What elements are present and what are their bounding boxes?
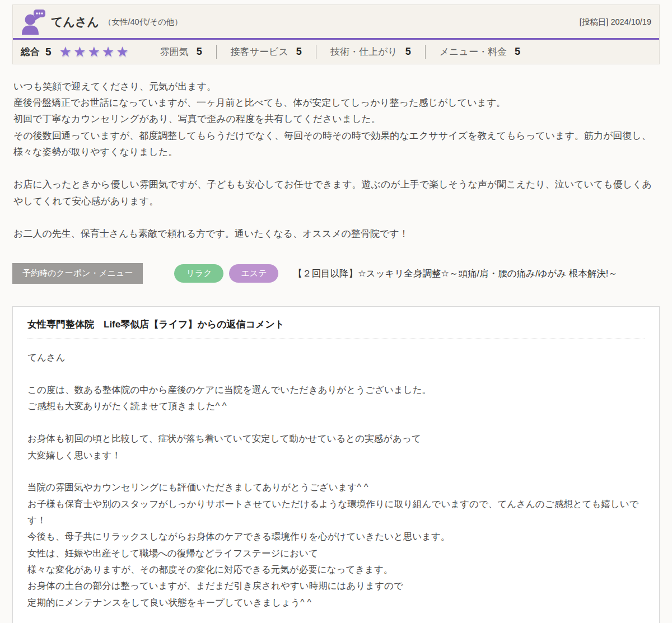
genre-tag-label: リラク: [186, 268, 212, 278]
rating-category-label: 技術・仕上がり: [330, 45, 398, 58]
rating-category-value: 5: [296, 46, 302, 58]
reply-line: ご感想も大変ありがたく読ませて頂きました^ ^: [27, 398, 645, 414]
genre-tags: リラク エステ: [174, 264, 278, 283]
reply-line: てんさん: [27, 349, 645, 366]
rating-category: 雰囲気 5: [146, 45, 216, 59]
coupon-row: 予約時のクーポン・メニュー リラク エステ 【２回目以降】☆スッキリ全身調整☆～…: [12, 263, 660, 284]
reply-line: 大変嬉しく思います！: [27, 447, 645, 463]
reply-line: [27, 366, 645, 382]
salon-reply-box: 女性専門整体院 Life琴似店【ライフ】からの返信コメント てんさんこの度は、数…: [12, 306, 660, 623]
reviewer-name: てんさん: [51, 14, 99, 30]
overall-rating-value: 5: [45, 46, 52, 58]
review-line: 産後骨盤矯正でお世話になっていますが、一ヶ月前と比べても、体が安定してしっかり整…: [13, 95, 660, 111]
reply-line: [27, 463, 645, 479]
rating-category-value: 5: [405, 46, 411, 58]
rating-category-value: 5: [197, 46, 202, 58]
ratings-bar: 総合 5 ★★★★★ 雰囲気 5 接客サービス 5 技術・仕上がり 5 メニュー…: [13, 40, 659, 64]
reviewer-avatar-icon: [21, 9, 46, 35]
rating-category-label: 接客サービス: [231, 45, 288, 58]
reviewer-header: てんさん （女性/40代/その他） [投稿日] 2024/10/19: [13, 5, 659, 40]
rating-category: メニュー・料金 5: [425, 45, 534, 59]
salon-reply-title: 女性専門整体院 Life琴似店【ライフ】からの返信コメント: [27, 318, 645, 339]
review-page: てんさん （女性/40代/その他） [投稿日] 2024/10/19 総合 5 …: [12, 0, 660, 623]
overall-rating-label: 総合: [21, 45, 40, 58]
reply-line: [27, 611, 645, 623]
genre-tag: リラク: [174, 264, 223, 283]
review-text: いつも笑顔で迎えてくださり、元気が出ます。産後骨盤矯正でお世話になっていますが、…: [12, 78, 660, 242]
post-date: [投稿日] 2024/10/19: [580, 17, 651, 27]
rating-category: 接客サービス 5: [216, 45, 316, 59]
reply-line: 当院の雰囲気やカウンセリングにも評価いただきましてありがとうございます^ ^: [27, 479, 645, 495]
salon-reply-text: てんさんこの度は、数ある整体院の中から産後のケアに当院を選んでいただきありがとう…: [27, 349, 645, 623]
rating-categories: 雰囲気 5 接客サービス 5 技術・仕上がり 5 メニュー・料金 5: [146, 45, 534, 59]
review-line: いつも笑顔で迎えてくださり、元気が出ます。: [13, 78, 660, 95]
reply-line: 定期的にメンテナンスをして良い状態をキープしていきましょう^ ^: [27, 594, 645, 611]
reply-line: お身体の土台の部分は整っていますが、まだまだ引き戻されやすい時期にはありますので: [27, 578, 645, 594]
reply-line: お子様も保育士や別のスタッフがしっかりサポートさせていただけるような環境作りに取…: [27, 496, 645, 529]
star-rating-icon: ★★★★★: [59, 45, 130, 59]
reply-line: 様々な変化がありますが、その都度その変化に対応できる元気が必要になってきます。: [27, 561, 645, 578]
rating-category-label: 雰囲気: [160, 45, 189, 58]
genre-tag: エステ: [229, 264, 278, 283]
coupon-title-link[interactable]: 【２回目以降】☆スッキリ全身調整☆～頭痛/肩・腰の痛み/ゆがみ 根本解決!～: [293, 268, 617, 280]
review-line: 初回で丁寧なカウンセリングがあり、写真で歪みの程度を共有してくださいました。: [13, 111, 660, 127]
reviewer-demographics: （女性/40代/その他）: [104, 17, 183, 27]
rating-category-value: 5: [515, 46, 520, 58]
rating-category: 技術・仕上がり 5: [316, 45, 425, 59]
review-line: お二人の先生、保育士さんも素敵で頼れる方です。通いたくなる、オススメの整骨院です…: [13, 226, 660, 242]
reply-line: お身体も初回の頃と比較して、症状が落ち着いていて安定して動かせているとの実感があ…: [27, 430, 645, 447]
reply-line: この度は、数ある整体院の中から産後のケアに当院を選んでいただきありがとうございま…: [27, 382, 645, 398]
reply-line: 今後も、母子共にリラックスしながらお身体のケアできる環境作りを心がけていきたいと…: [27, 528, 645, 545]
review-line: お店に入ったときから優しい雰囲気ですが、子どもも安心してお任せできます。遊ぶのが…: [13, 176, 660, 209]
reply-line: [27, 415, 645, 430]
review-line: [13, 209, 660, 226]
genre-tag-label: エステ: [241, 268, 267, 278]
coupon-menu-label: 予約時のクーポン・メニュー: [12, 263, 143, 284]
rating-category-label: メニュー・料金: [440, 45, 507, 58]
review-line: その後数回通っていますが、都度調整してもらうだけでなく、毎回その時その時で効果的…: [13, 128, 660, 160]
reply-line: 女性は、妊娠や出産そして職場への復帰などライフステージにおいて: [27, 545, 645, 561]
review-header-card: てんさん （女性/40代/その他） [投稿日] 2024/10/19 総合 5 …: [12, 4, 660, 64]
review-line: [13, 160, 660, 176]
